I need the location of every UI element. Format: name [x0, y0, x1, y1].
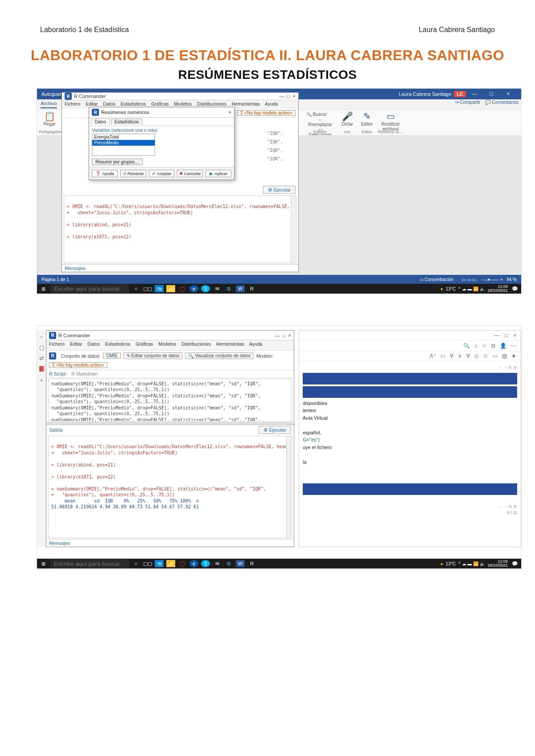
more-icon[interactable]: ⋯ — [511, 343, 516, 349]
cortana-icon[interactable]: ○ — [132, 285, 140, 292]
taskview-icon[interactable]: ▢▢ — [143, 285, 152, 292]
edge-icon[interactable]: e — [189, 285, 198, 292]
script-box[interactable]: numSummary(OMIE[,"PrecioMedio", drop=FAL… — [48, 379, 292, 422]
explorer-icon[interactable]: 📁 — [166, 560, 175, 567]
modal-apply-button[interactable]: Aplicar — [206, 170, 231, 177]
skype-icon[interactable]: S — [201, 285, 210, 292]
model-value[interactable]: Σ <No hay modelo activo> — [237, 110, 296, 116]
zoom-level[interactable]: 94 % — [506, 277, 517, 282]
store-icon[interactable]: 🛍 — [155, 285, 164, 292]
taskbar-clock-2[interactable]: 11:0926/10/2021 — [488, 560, 508, 568]
modal-close-button[interactable]: × — [229, 110, 231, 115]
word-comments[interactable]: 💬 Comentarios — [485, 99, 519, 105]
menu-fichero[interactable]: Fichero — [65, 101, 80, 106]
dropbox-icon[interactable]: ⧉ — [224, 285, 233, 292]
menu-ayuda[interactable]: Ayuda — [265, 101, 278, 106]
cortana-icon[interactable]: ○ — [132, 560, 140, 567]
profile-icon[interactable]: 👤 — [500, 343, 506, 349]
reuse-icon[interactable]: ▭ — [378, 111, 403, 122]
tab-rmarkdown[interactable]: R Markdown — [71, 371, 98, 376]
rcmdr-maximize[interactable]: □ — [287, 94, 290, 99]
dropbox-icon[interactable]: ⧉ — [224, 560, 233, 567]
rcmdr-title-text-2: R Commander — [58, 333, 91, 338]
win-close[interactable]: × — [513, 332, 516, 339]
menu-editar[interactable]: Editar — [86, 101, 98, 106]
modal-tab-datos[interactable]: Datos — [91, 119, 110, 125]
focus-mode[interactable]: ▭ Concentración — [420, 277, 453, 282]
menu-distribuciones[interactable]: Distribuciones — [197, 101, 226, 106]
word-maximize[interactable]: □ — [483, 91, 500, 97]
notifications-icon[interactable]: 💬 — [510, 560, 519, 567]
collections-icon[interactable]: ⧉ — [491, 343, 495, 349]
modal-accept-button[interactable]: Aceptar — [149, 170, 175, 177]
edge-icon[interactable]: e — [189, 560, 198, 567]
model-value-2[interactable]: Σ <No hay modelo activo> — [49, 362, 107, 368]
win-minimize[interactable]: — — [494, 332, 499, 339]
home-icon[interactable]: ⌂ — [474, 343, 477, 349]
ribbon-tab-archivo[interactable]: Archivo — [41, 101, 57, 108]
var-preciomedio[interactable]: PrecioMedio — [92, 140, 155, 146]
view-dataset-button[interactable]: 🔍 Visualizar conjunto de datos — [185, 352, 254, 359]
pdf-icon[interactable]: 📕 — [38, 366, 45, 372]
word-taskbar-icon[interactable]: W — [236, 560, 245, 567]
taskbar-clock[interactable]: 11:0926/10/2021 — [488, 285, 508, 293]
modal-cancel-button[interactable]: Cancelar — [177, 170, 203, 177]
scrollbar-icon[interactable] — [291, 196, 296, 263]
modal-reset-button[interactable]: Reiniciar — [120, 170, 146, 177]
rcmdr-minimize-2[interactable]: — — [275, 333, 280, 338]
taskview-icon[interactable]: ▢▢ — [143, 560, 152, 567]
word-minimize[interactable]: — — [466, 91, 483, 97]
editor-icon[interactable]: ✎ — [358, 111, 376, 122]
skype-icon[interactable]: S — [201, 560, 210, 567]
menu-graficas[interactable]: Gráficas — [151, 101, 169, 106]
modal-help-button[interactable]: Ayuda — [92, 170, 118, 177]
scrollbar-icon[interactable] — [286, 436, 292, 538]
mail-icon[interactable]: ✉ — [213, 560, 222, 567]
rcmdr-maximize-2[interactable]: □ — [283, 333, 286, 338]
menu-herramientas[interactable]: Herramientas — [232, 101, 260, 106]
start-icon[interactable]: ⊞ — [39, 285, 48, 292]
word-statusbar: Página 1 de 1 ▭ Concentración ▭ ▭ ▭ —➤——… — [37, 275, 521, 284]
mail-icon[interactable]: ✉ — [213, 285, 222, 292]
edit-dataset-button[interactable]: ✎ Editar conjunto de datos — [123, 352, 183, 359]
ejecutar-button-1[interactable]: ⚙ Ejecutar — [263, 186, 296, 194]
summarize-by-groups-button[interactable]: Resumir por grupos… — [92, 159, 143, 165]
word-share[interactable]: ↪ Compartir — [455, 99, 481, 105]
replace-button[interactable]: ↔ Reemplazar — [306, 117, 334, 127]
dictate-icon[interactable]: 🎤 — [338, 111, 356, 122]
taskbar-search-input[interactable] — [50, 284, 129, 294]
zoom-out-icon[interactable]: 🔍 — [463, 343, 470, 349]
rcmdr-close[interactable]: × — [293, 94, 296, 99]
variables-listbox[interactable]: EnergiaTotal PrecioMedio — [92, 134, 155, 156]
r-taskbar-icon[interactable]: R — [247, 285, 256, 292]
ejecutar-button-2[interactable]: ⚙ Ejecutar — [259, 426, 291, 434]
var-energiatotal[interactable]: EnergiaTotal — [92, 134, 155, 140]
win-maximize[interactable]: □ — [505, 332, 508, 339]
notifications-icon[interactable]: 💬 — [510, 285, 519, 292]
weather-temp-2[interactable]: 13°C — [446, 561, 456, 566]
find-button[interactable]: 🔍 Buscar — [306, 112, 327, 117]
menu-datos[interactable]: Datos — [103, 101, 115, 106]
store-icon[interactable]: 🛍 — [155, 560, 164, 567]
r-taskbar-icon[interactable]: R — [247, 560, 256, 567]
start-icon[interactable]: ⊞ — [39, 560, 48, 567]
paste-icon[interactable]: 📋 — [39, 111, 60, 122]
modal-tab-estadisticos[interactable]: Estadísticos — [111, 119, 142, 125]
menu-modelos[interactable]: Modelos — [174, 101, 192, 106]
star-icon[interactable]: ☆ — [482, 343, 487, 349]
app-icon[interactable]: ◯ — [178, 285, 187, 292]
explorer-icon[interactable]: 📁 — [166, 285, 175, 292]
taskbar-search-input-2[interactable] — [50, 559, 129, 568]
word-taskbar-icon[interactable]: W — [236, 285, 245, 292]
output-box-2[interactable]: > OMIE <- readXL("C:/Users/usuario/Downl… — [48, 436, 292, 538]
salida-label: Salida — [49, 427, 63, 433]
word-close[interactable]: × — [500, 91, 517, 97]
weather-temp[interactable]: 13°C — [446, 286, 456, 291]
dataset-value[interactable]: OMIE — [103, 353, 121, 359]
app-icon[interactable]: ◯ — [178, 560, 187, 567]
tab-rscript[interactable]: R Script — [49, 371, 66, 376]
rcmdr-close-2[interactable]: × — [288, 333, 291, 338]
menu-estadisticos[interactable]: Estadísticos — [121, 101, 146, 106]
rcmdr-minimize[interactable]: — — [280, 94, 284, 99]
output-box-1[interactable]: > OMIE <- readXL("C:/Users/usuario/Downl… — [64, 196, 296, 263]
